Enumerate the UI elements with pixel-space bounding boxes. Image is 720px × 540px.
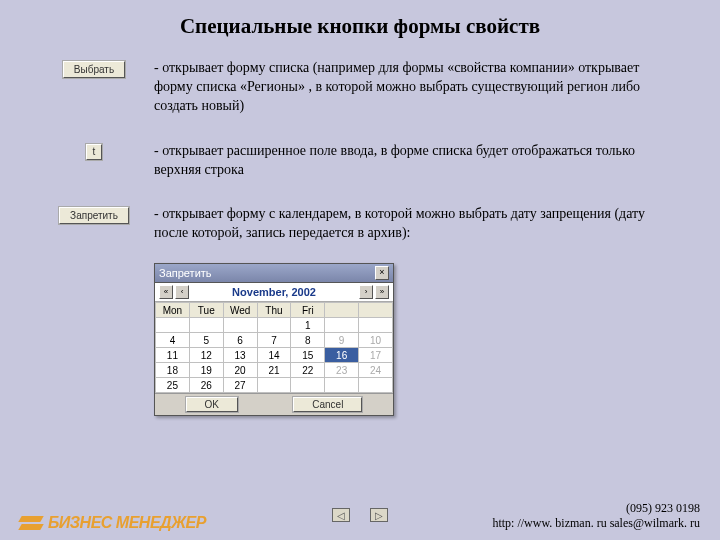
calendar-header: Tue [189,303,223,318]
page-title: Специальные кнопки формы свойств [0,0,720,59]
calendar-day[interactable]: 19 [189,363,223,378]
first-icon[interactable]: « [159,285,173,299]
calendar-day[interactable]: 7 [257,333,291,348]
calendar-day [257,318,291,333]
calendar-day[interactable]: 10 [359,333,393,348]
next-page-icon[interactable]: ▷ [370,508,388,522]
phone: (095) 923 0198 [492,501,700,517]
calendar-day [257,378,291,393]
calendar-day[interactable]: 23 [325,363,359,378]
ok-button[interactable]: OK [186,397,238,412]
expand-button[interactable]: t [86,144,102,160]
logo-icon [20,516,42,530]
last-icon[interactable]: » [375,285,389,299]
calendar-header: Mon [156,303,190,318]
calendar-header [325,303,359,318]
calendar-header [359,303,393,318]
calendar-window-title: Запретить [159,267,212,279]
calendar-day[interactable]: 15 [291,348,325,363]
calendar-day[interactable]: 27 [223,378,257,393]
calendar-day[interactable]: 12 [189,348,223,363]
calendar-day [325,318,359,333]
calendar-day[interactable]: 4 [156,333,190,348]
calendar-header: Fri [291,303,325,318]
calendar-day[interactable]: 18 [156,363,190,378]
next-icon[interactable]: › [359,285,373,299]
calendar-day[interactable]: 25 [156,378,190,393]
calendar-day [223,318,257,333]
calendar-day[interactable]: 5 [189,333,223,348]
select-description: - открывает форму списка (например для ф… [154,59,680,116]
calendar-day[interactable]: 20 [223,363,257,378]
calendar-day[interactable]: 26 [189,378,223,393]
calendar-day[interactable]: 8 [291,333,325,348]
calendar-day[interactable]: 13 [223,348,257,363]
calendar-grid: MonTueWedThuFri 145678910111213141516171… [155,302,393,393]
calendar-day [359,318,393,333]
calendar-day[interactable]: 11 [156,348,190,363]
web-email: http: //www. bizman. ru sales@wilmark. r… [492,516,700,532]
calendar-day [189,318,223,333]
prev-page-icon[interactable]: ◁ [332,508,350,522]
logo: БИЗНЕС МЕНЕДЖЕР [20,514,206,532]
prev-icon[interactable]: ‹ [175,285,189,299]
forbid-description: - открывает форму с календарем, в которо… [154,205,680,243]
calendar-popup: Запретить × « ‹ November, 2002 › » MonTu… [154,263,394,416]
calendar-day[interactable]: 22 [291,363,325,378]
calendar-header: Thu [257,303,291,318]
expand-description: - открывает расширенное поле ввода, в фо… [154,142,680,180]
calendar-day[interactable]: 9 [325,333,359,348]
calendar-day[interactable]: 14 [257,348,291,363]
calendar-month: November, 2002 [232,286,316,298]
contacts: (095) 923 0198 http: //www. bizman. ru s… [492,501,700,532]
cancel-button[interactable]: Cancel [293,397,362,412]
calendar-day [325,378,359,393]
calendar-day[interactable]: 16 [325,348,359,363]
select-button[interactable]: Выбрать [63,61,125,78]
calendar-day [291,378,325,393]
calendar-day[interactable]: 21 [257,363,291,378]
calendar-day[interactable]: 17 [359,348,393,363]
calendar-day [359,378,393,393]
forbid-button[interactable]: Запретить [59,207,129,224]
close-icon[interactable]: × [375,266,389,280]
calendar-day[interactable]: 24 [359,363,393,378]
calendar-header: Wed [223,303,257,318]
calendar-day[interactable]: 6 [223,333,257,348]
calendar-day [156,318,190,333]
logo-text: БИЗНЕС МЕНЕДЖЕР [48,514,206,532]
calendar-day[interactable]: 1 [291,318,325,333]
